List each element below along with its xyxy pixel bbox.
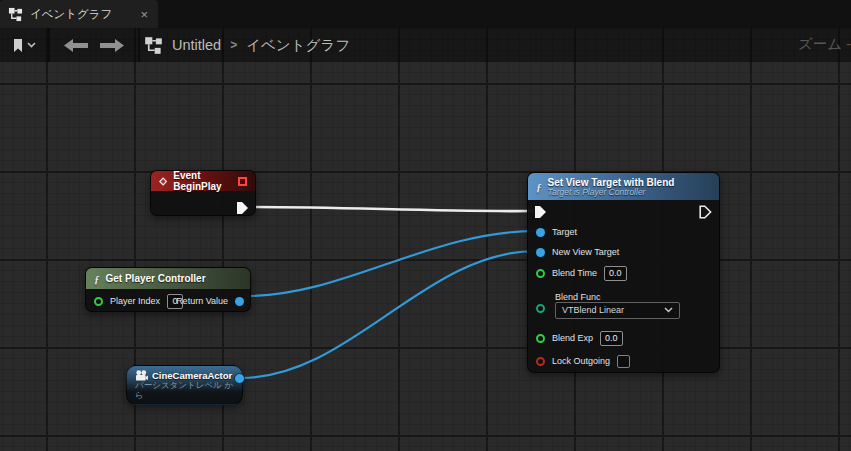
return-value-label: Return Value [176, 296, 228, 306]
chevron-down-icon [27, 42, 36, 48]
blend-exp-pin[interactable] [536, 334, 545, 343]
node-event-beginplay[interactable]: Event BeginPlay [150, 170, 256, 216]
tab-bar: イベントグラフ × [0, 0, 851, 28]
blend-func-dropdown[interactable]: VTBlend Linear [555, 302, 680, 319]
exec-output-pin[interactable] [699, 205, 712, 219]
blend-time-pin[interactable] [536, 269, 545, 278]
dropdown-chevron-icon [664, 307, 673, 313]
blend-func-selected-value: VTBlend Linear [562, 305, 624, 315]
blend-time-value-input[interactable]: 0.0 [604, 266, 627, 281]
graph-icon [8, 7, 23, 22]
event-diamond-icon [159, 176, 167, 187]
graph-toolbar: Untitled > イベントグラフ ズーム - [0, 28, 851, 62]
exec-input-pin[interactable] [534, 205, 547, 219]
forward-arrow-icon[interactable] [100, 39, 124, 52]
blend-func-label: Blend Func [555, 292, 601, 302]
return-value-pin[interactable] [235, 297, 244, 306]
node-get-player-controller[interactable]: ƒ Get Player Controller Player Index 0 R… [85, 267, 251, 312]
bookmark-icon [12, 38, 24, 53]
lock-outgoing-checkbox[interactable] [617, 355, 630, 368]
function-icon: ƒ [536, 181, 542, 193]
node-subtitle: Target is Player Controller [548, 188, 675, 198]
target-pin[interactable] [536, 228, 545, 237]
player-index-pin[interactable] [94, 297, 103, 306]
lock-outgoing-pin[interactable] [536, 357, 545, 366]
blend-time-label: Blend Time [552, 268, 597, 278]
node-header: ƒ Set View Target with Blend Target is P… [528, 173, 719, 200]
event-graph-canvas[interactable]: Untitled > イベントグラフ ズーム - Event BeginPlay [0, 28, 851, 451]
exec-wire-beginplay-to-setviewtarget [256, 207, 534, 211]
tab-event-graph[interactable]: イベントグラフ × [0, 0, 158, 28]
breadcrumb: Untitled > イベントグラフ [140, 28, 358, 62]
lock-outgoing-label: Lock Outgoing [552, 356, 610, 366]
node-header: Event BeginPlay [151, 171, 255, 191]
breadcrumb-separator: > [230, 38, 237, 52]
graph-icon [144, 36, 163, 55]
exec-output-pin[interactable] [236, 201, 249, 215]
tab-title: イベントグラフ [30, 7, 131, 22]
delegate-output-pin[interactable] [238, 177, 247, 186]
breadcrumb-root[interactable]: Untitled [172, 37, 221, 53]
bookmarks-button[interactable] [8, 34, 40, 57]
node-set-view-target-with-blend[interactable]: ƒ Set View Target with Blend Target is P… [527, 172, 720, 373]
breadcrumb-current[interactable]: イベントグラフ [246, 36, 350, 55]
new-view-target-label: New View Target [552, 247, 619, 257]
back-arrow-icon[interactable] [64, 39, 88, 52]
node-cine-camera-actor[interactable]: CineCameraActor パーシスタントレベル から [126, 365, 243, 405]
object-wire-returnvalue-to-target [246, 231, 536, 296]
tab-close-icon[interactable]: × [138, 8, 150, 21]
new-view-target-pin[interactable] [536, 248, 545, 257]
node-title: Event BeginPlay [173, 170, 232, 192]
target-label: Target [552, 227, 577, 237]
actor-output-pin[interactable] [234, 373, 245, 384]
blend-exp-label: Blend Exp [552, 333, 593, 343]
node-header: ƒ Get Player Controller [86, 268, 250, 289]
function-icon: ƒ [94, 273, 100, 285]
node-title: Get Player Controller [106, 273, 206, 284]
blend-func-pin[interactable] [536, 304, 545, 313]
zoom-level-label: ズーム - [798, 35, 851, 54]
player-index-label: Player Index [110, 296, 160, 306]
blueprint-editor-window: イベントグラフ × [0, 0, 851, 451]
blend-exp-value-input[interactable]: 0.0 [600, 331, 623, 346]
object-wire-cinecamera-to-newviewtarget [241, 251, 536, 378]
node-subtitle: パーシスタントレベル から [135, 381, 233, 401]
